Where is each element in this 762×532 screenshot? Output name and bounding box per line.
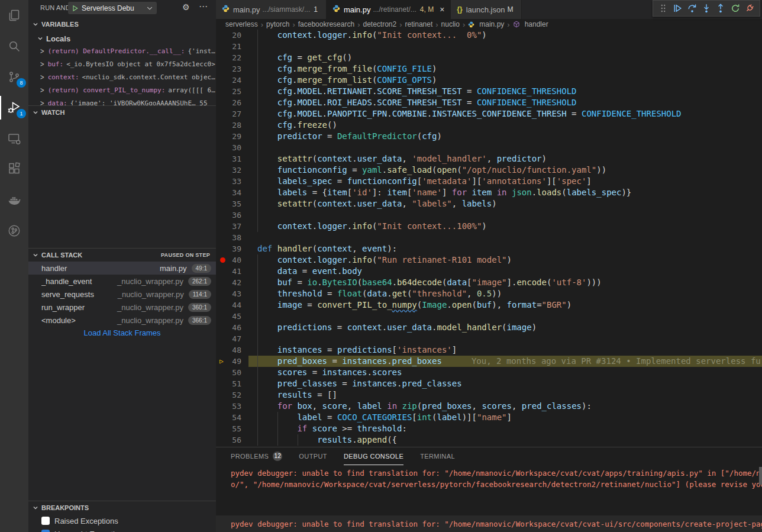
checkbox-icon[interactable] [41, 517, 50, 525]
line-number[interactable]: 51 [216, 378, 241, 389]
more-actions-icon[interactable]: ⋯ [199, 1, 208, 12]
breadcrumb-item-detectron2[interactable]: detectron2 [363, 20, 396, 28]
breadcrumb-label: serverless [225, 20, 258, 28]
line-number[interactable]: 54 [216, 412, 241, 423]
breakpoints-list: Raised Exceptions✓Uncaught Exceptions [28, 514, 216, 532]
stack-frame-row[interactable]: serve_requests_nuclio_wrapper.py114:1 [28, 288, 216, 301]
line-number[interactable]: 49 [216, 356, 241, 367]
line-number[interactable]: 27 [216, 108, 241, 120]
step-out-icon[interactable] [714, 2, 727, 15]
line-number[interactable]: 25 [216, 86, 241, 97]
variable-row[interactable]: >data:{'image': 'iVBORw0KGgoAAAANSUhE… 5… [28, 96, 216, 105]
line-number[interactable]: 22 [216, 52, 241, 63]
activity-source-control[interactable]: 8 [0, 62, 28, 92]
activity-git-graph[interactable] [0, 215, 28, 246]
line-number[interactable]: 32 [216, 165, 241, 176]
stack-frame-row[interactable]: run_wrapper_nuclio_wrapper.py360:1 [28, 301, 216, 314]
line-number[interactable]: 35 [216, 198, 241, 209]
gear-icon[interactable]: ⚙ [182, 2, 190, 12]
breadcrumb-item-handler[interactable]: handler [513, 20, 548, 28]
panel-tab-debug-console[interactable]: DEBUG CONSOLE [344, 448, 403, 465]
panel-tab-output[interactable]: OUTPUT [299, 448, 327, 465]
load-all-stack-frames-link[interactable]: Load All Stack Frames [28, 327, 216, 340]
launch-config-select[interactable]: Serverless Debu [68, 2, 157, 14]
tab-launch-json-2[interactable]: {}launch.jsonM [451, 0, 522, 19]
drag-handle[interactable] [657, 2, 670, 15]
breadcrumb-item-retinanet[interactable]: retinanet [405, 20, 433, 28]
scrollbar-thumb[interactable] [759, 467, 762, 485]
breadcrumb-item-pytorch[interactable]: pytorch [266, 20, 289, 28]
line-number[interactable]: 33 [216, 176, 241, 187]
variables-scope-locals[interactable]: Locals [28, 33, 216, 44]
restart-icon[interactable] [729, 2, 742, 15]
checkbox-checked-icon[interactable]: ✓ [41, 530, 50, 532]
variable-row[interactable]: >(return) DefaultPredictor.__call__:{'in… [28, 44, 216, 57]
debug-console-output[interactable]: pydev debugger: unable to find translati… [216, 465, 762, 532]
activity-search[interactable] [0, 31, 28, 62]
line-number[interactable]: 55 [216, 423, 241, 434]
line-number[interactable]: 42 [216, 277, 241, 288]
debug-sidebar: RUN AND DEBUG Serverless Debu ⚙ ⋯ VARIAB… [28, 0, 216, 532]
breakpoints-header[interactable]: BREAKPOINTS [28, 501, 216, 514]
line-number[interactable]: 21 [216, 41, 241, 52]
step-over-icon[interactable] [686, 2, 699, 15]
line-number[interactable]: 43 [216, 288, 241, 299]
activity-docker[interactable] [0, 185, 28, 215]
breakpoint-row[interactable]: ✓Uncaught Exceptions [28, 527, 216, 532]
stack-frame-row[interactable]: _handle_event_nuclio_wrapper.py262:1 [28, 275, 216, 288]
watch-header[interactable]: WATCH [28, 106, 216, 119]
call-stack-header[interactable]: CALL STACK PAUSED ON STEP [28, 249, 216, 262]
line-number[interactable]: 30 [216, 142, 241, 153]
activity-run-and-debug[interactable]: 1 [0, 92, 28, 123]
line-number[interactable]: 41 [216, 266, 241, 277]
line-number[interactable]: 39 [216, 243, 241, 254]
variable-row[interactable]: >(return) convert_PIL_to_numpy:array([[[… [28, 83, 216, 96]
line-number[interactable]: 37 [216, 221, 241, 232]
tab-main-py-0[interactable]: main.py.../siammask/...1 [216, 0, 327, 19]
disconnect-icon[interactable] [743, 2, 756, 15]
variables-header[interactable]: VARIABLES [28, 16, 216, 33]
panel-tab-problems[interactable]: PROBLEMS12 [231, 448, 282, 465]
line-number[interactable]: 48 [216, 344, 241, 356]
breadcrumb-item-main-py[interactable]: main.py [468, 20, 504, 28]
close-icon[interactable]: × [440, 5, 444, 14]
line-number[interactable]: 24 [216, 75, 241, 86]
activity-remote-explorer[interactable] [0, 123, 28, 154]
line-number[interactable]: 28 [216, 120, 241, 131]
console-message-block[interactable]: pydev debugger: unable to find translati… [216, 465, 762, 490]
line-number[interactable]: 29 [216, 131, 241, 142]
breakpoint-row[interactable]: Raised Exceptions [28, 514, 216, 527]
stack-frame-row[interactable]: <module>_nuclio_wrapper.py366:1 [28, 314, 216, 327]
breadcrumb-item-nuclio[interactable]: nuclio [441, 20, 460, 28]
variable-row[interactable]: >buf:<_io.BytesIO object at 0x7f5a2dc1ec… [28, 57, 216, 70]
line-number[interactable]: 26 [216, 97, 241, 108]
line-number[interactable]: 46 [216, 322, 241, 333]
line-number[interactable]: 50 [216, 367, 241, 378]
line-number[interactable]: 40 [216, 254, 241, 266]
activity-extensions[interactable] [0, 154, 28, 185]
line-number[interactable]: 47 [216, 333, 241, 344]
line-number[interactable]: 23 [216, 63, 241, 75]
stack-frame-row[interactable]: handlermain.py49:1 [28, 262, 216, 275]
line-number[interactable]: 53 [216, 401, 241, 412]
line-number[interactable]: 20 [216, 30, 241, 41]
panel-tab-terminal[interactable]: TERMINAL [420, 448, 455, 465]
line-number[interactable]: 31 [216, 153, 241, 165]
line-number[interactable]: 56 [216, 434, 241, 446]
code-editor[interactable]: 20 context.logger.info("Init context... … [216, 30, 762, 447]
line-number[interactable]: 52 [216, 389, 241, 401]
step-into-icon[interactable] [700, 2, 713, 15]
line-number[interactable]: 34 [216, 187, 241, 198]
activity-explorer[interactable] [0, 0, 28, 31]
line-number[interactable]: 44 [216, 299, 241, 311]
console-message-block[interactable]: pydev debugger: unable to find translati… [216, 515, 762, 532]
line-number[interactable]: 45 [216, 311, 241, 322]
tab-main-py-1[interactable]: main.py.../retinanet/...4, M× [327, 0, 451, 19]
variable-row[interactable]: >context:<nuclio_sdk.context.Context obj… [28, 70, 216, 83]
line-number[interactable]: 36 [216, 209, 241, 221]
python-icon [468, 21, 477, 28]
line-number[interactable]: 38 [216, 232, 241, 243]
breadcrumb-item-facebookresearch[interactable]: facebookresearch [298, 20, 354, 28]
breadcrumb-item-serverless[interactable]: serverless [225, 20, 258, 28]
continue-icon[interactable] [671, 2, 684, 15]
